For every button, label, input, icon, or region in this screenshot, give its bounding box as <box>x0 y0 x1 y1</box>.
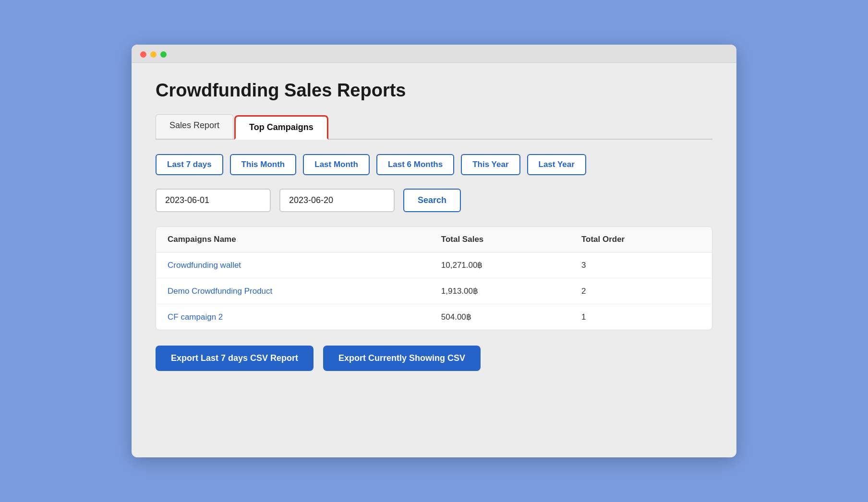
total-sales-cell: 1,913.00฿ <box>430 278 570 304</box>
filter-buttons-group: Last 7 days This Month Last Month Last 6… <box>156 154 712 175</box>
total-order-cell: 1 <box>570 304 712 330</box>
campaigns-table: Campaigns Name Total Sales Total Order C… <box>156 227 712 330</box>
col-total-sales: Total Sales <box>430 227 570 252</box>
export-currently-showing-button[interactable]: Export Currently Showing CSV <box>323 346 481 371</box>
col-campaigns-name: Campaigns Name <box>156 227 430 252</box>
total-sales-cell: 504.00฿ <box>430 304 570 330</box>
table-row: Demo Crowdfunding Product1,913.00฿2 <box>156 278 712 304</box>
total-order-cell: 3 <box>570 252 712 278</box>
date-end-input[interactable] <box>279 189 395 212</box>
total-order-cell: 2 <box>570 278 712 304</box>
campaign-name-cell[interactable]: Crowdfunding wallet <box>156 252 430 278</box>
campaign-name-cell[interactable]: CF campaign 2 <box>156 304 430 330</box>
page-title: Crowdfunding Sales Reports <box>156 80 712 101</box>
tab-sales-report[interactable]: Sales Report <box>156 114 233 139</box>
filter-last-month[interactable]: Last Month <box>303 154 370 175</box>
table-row: CF campaign 2504.00฿1 <box>156 304 712 330</box>
filter-this-month[interactable]: This Month <box>230 154 297 175</box>
table-row: Crowdfunding wallet10,271.00฿3 <box>156 252 712 278</box>
tabs-row: Sales Report Top Campaigns <box>156 114 712 140</box>
total-sales-cell: 10,271.00฿ <box>430 252 570 278</box>
minimize-button[interactable] <box>150 51 157 58</box>
col-total-order: Total Order <box>570 227 712 252</box>
titlebar <box>132 45 736 63</box>
export-buttons-group: Export Last 7 days CSV Report Export Cur… <box>156 346 712 371</box>
filter-this-year[interactable]: This Year <box>461 154 520 175</box>
filter-last-year[interactable]: Last Year <box>527 154 586 175</box>
app-window: Crowdfunding Sales Reports Sales Report … <box>132 45 736 457</box>
filter-last-7-days[interactable]: Last 7 days <box>156 154 223 175</box>
filter-last-6-months[interactable]: Last 6 Months <box>376 154 454 175</box>
close-button[interactable] <box>140 51 146 58</box>
date-start-input[interactable] <box>156 189 271 212</box>
date-search-row: Search <box>156 189 712 212</box>
tab-top-campaigns[interactable]: Top Campaigns <box>234 115 328 140</box>
main-content: Crowdfunding Sales Reports Sales Report … <box>132 63 736 390</box>
campaign-name-cell[interactable]: Demo Crowdfunding Product <box>156 278 430 304</box>
maximize-button[interactable] <box>160 51 167 58</box>
campaigns-table-container: Campaigns Name Total Sales Total Order C… <box>156 227 712 330</box>
table-header-row: Campaigns Name Total Sales Total Order <box>156 227 712 252</box>
export-last-7-days-button[interactable]: Export Last 7 days CSV Report <box>156 346 313 371</box>
search-button[interactable]: Search <box>403 189 461 212</box>
